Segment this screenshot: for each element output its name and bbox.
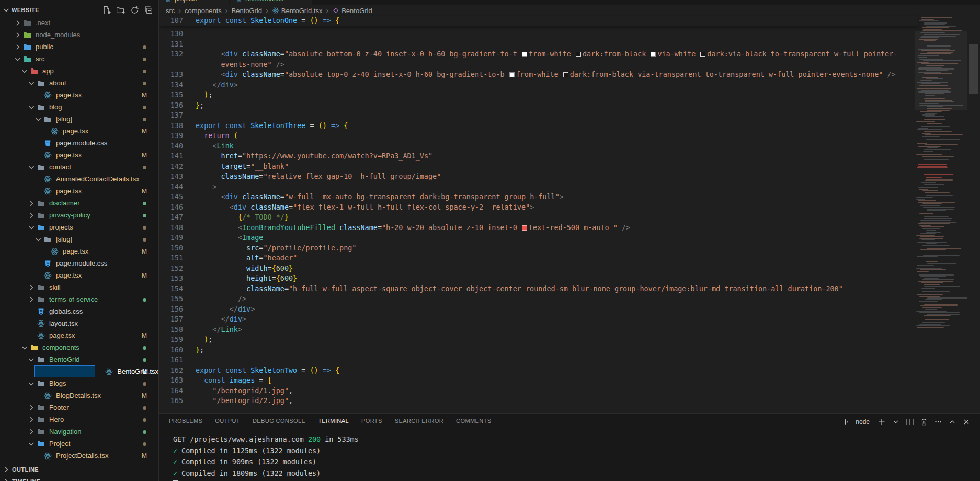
line-number[interactable]: 143 — [159, 171, 183, 182]
chevron-up-icon[interactable] — [948, 418, 956, 426]
tree-item-page-tsx[interactable]: page.tsx M — [0, 89, 158, 101]
code-line[interactable]: 159 ); — [159, 335, 915, 345]
tree-item-globals-css[interactable]: globals.css — [0, 305, 158, 317]
shell-selector[interactable]: node — [845, 418, 870, 426]
editor-tab-1[interactable]: BentoGrid.tsx — [230, 0, 312, 5]
code-line[interactable]: 152 width={600} — [159, 264, 915, 274]
line-number[interactable]: 164 — [159, 386, 183, 396]
editor-scrollbar[interactable] — [967, 15, 980, 413]
editor-tab-0[interactable]: projects — [159, 0, 229, 5]
code-editor[interactable]: 130 131 132 <div className="absolute bot… — [159, 26, 915, 413]
panel-tab-problems[interactable]: PROBLEMS — [169, 418, 202, 427]
line-number[interactable]: 139 — [159, 131, 183, 141]
line-number[interactable]: 163 — [159, 375, 183, 386]
code-line[interactable]: 164 "/bentogrid/1.jpg", — [159, 386, 915, 396]
line-number[interactable]: 153 — [159, 273, 183, 284]
tree-item-node-modules[interactable]: node_modules — [0, 29, 158, 41]
tree-item-page-tsx[interactable]: page.tsx M — [0, 329, 158, 341]
tree-item-projects[interactable]: projects — [0, 221, 158, 233]
split-icon[interactable] — [906, 418, 914, 426]
line-number[interactable]: 152 — [159, 264, 183, 274]
code-line[interactable]: 145 <div className="w-full mx-auto bg-tr… — [159, 192, 915, 202]
code-line[interactable]: 142 target="__blank" — [159, 162, 915, 172]
line-number[interactable]: 131 — [159, 39, 183, 50]
tree-item-src[interactable]: src — [0, 53, 158, 65]
ellipsis-icon[interactable] — [934, 418, 942, 426]
tree-item-about[interactable]: about — [0, 77, 158, 89]
tree-item-projectdetails-tsx[interactable]: ProjectDetails.tsx M — [0, 450, 158, 462]
color-swatch[interactable] — [522, 225, 527, 231]
tree-item-navigation[interactable]: Navigation — [0, 426, 158, 438]
line-number[interactable]: 135 — [159, 90, 183, 100]
panel-tab-ports[interactable]: PORTS — [361, 418, 382, 427]
code-line[interactable]: 146 <div className="flex flex-1 w-full h… — [159, 202, 915, 213]
breadcrumb-item[interactable]: components — [185, 7, 222, 15]
line-number[interactable]: 134 — [159, 80, 183, 90]
line-number[interactable]: 140 — [159, 141, 183, 152]
tree-item-page-module-css[interactable]: page.module.css — [0, 257, 158, 269]
code-line[interactable]: 138 export const SkeletonThree = () => { — [159, 121, 915, 131]
tree-item-bentogrid-tsx[interactable]: BentoGrid.tsx U — [0, 365, 158, 377]
color-swatch[interactable] — [509, 72, 515, 77]
new-file-icon[interactable] — [102, 6, 111, 15]
color-swatch[interactable] — [563, 72, 568, 77]
code-line[interactable]: 155 /> — [159, 294, 915, 304]
code-line[interactable]: 162 export const SkeletonTwo = () => { — [159, 365, 915, 376]
line-number[interactable]: 147 — [159, 212, 183, 223]
trash-icon[interactable] — [920, 418, 928, 426]
code-line[interactable]: 148 <IconBrandYoutubeFilled className="h… — [159, 223, 915, 233]
color-swatch[interactable] — [576, 52, 581, 57]
terminal-output[interactable]: GET /projects/www.ajeshrana.com 200 in 5… — [159, 427, 980, 481]
tree-item-slug[interactable]: [slug] — [0, 233, 158, 245]
code-line[interactable]: 136 }; — [159, 100, 915, 111]
line-number[interactable]: 137 — [159, 110, 183, 121]
tree-item-slug[interactable]: [slug] — [0, 113, 158, 125]
line-number[interactable]: 146 — [159, 202, 183, 213]
code-line[interactable]: 161 — [159, 355, 915, 365]
collapse-all-icon[interactable] — [144, 6, 153, 15]
close-icon[interactable] — [962, 418, 971, 426]
breadcrumb-item[interactable]: BentoGrid — [232, 7, 263, 15]
code-line[interactable]: 137 — [159, 110, 915, 121]
tree-item-public[interactable]: public — [0, 41, 158, 53]
tree-item-app[interactable]: app — [0, 65, 158, 77]
code-line[interactable]: 130 — [159, 29, 915, 39]
panel-tab-debug-console[interactable]: DEBUG CONSOLE — [253, 418, 305, 427]
minimap[interactable] — [915, 16, 967, 413]
tree-item-blogdetails-tsx[interactable]: BlogDetails.tsx M — [0, 390, 158, 402]
line-number[interactable]: 161 — [159, 355, 183, 365]
tree-item-contact[interactable]: contact — [0, 161, 158, 173]
code-line[interactable]: 160 }; — [159, 345, 915, 356]
line-number[interactable]: 130 — [159, 29, 183, 39]
panel-tab-search-error[interactable]: SEARCH ERROR — [395, 418, 443, 427]
tree-item-project[interactable]: Project — [0, 438, 158, 450]
panel-tab-output[interactable]: OUTPUT — [215, 418, 240, 427]
tree-item-privacy-policy[interactable]: privacy-policy — [0, 209, 158, 221]
explorer-header[interactable]: WEBSITE — [0, 0, 158, 16]
code-line[interactable]: 147 {/* TODO */} — [159, 212, 915, 223]
tree-item-bentogrid[interactable]: BentoGrid — [0, 353, 158, 365]
scrollbar-thumb[interactable] — [969, 44, 978, 94]
line-number[interactable]: 151 — [159, 253, 183, 264]
line-number[interactable]: 154 — [159, 284, 183, 294]
tree-item-page-tsx[interactable]: page.tsx M — [0, 125, 158, 137]
code-line[interactable]: 140 <Link — [159, 141, 915, 152]
line-number[interactable]: 156 — [159, 304, 183, 315]
code-line[interactable]: 156 </div> — [159, 304, 915, 315]
panel-tab-terminal[interactable]: TERMINAL — [318, 418, 349, 427]
line-number[interactable]: 165 — [159, 396, 183, 406]
code-line[interactable]: 107 export const SkeletonOne = () => { — [159, 16, 918, 26]
tree-item-layout-tsx[interactable]: layout.tsx — [0, 317, 158, 329]
tree-item-page-tsx[interactable]: page.tsx M — [0, 149, 158, 161]
refresh-icon[interactable] — [130, 6, 139, 15]
code-line[interactable]: 165 "/bentogrid/2.jpg", — [159, 396, 915, 406]
tree-item-page-tsx[interactable]: page.tsx M — [0, 269, 158, 281]
tree-item-components[interactable]: components — [0, 341, 158, 353]
line-number[interactable]: 149 — [159, 233, 183, 243]
code-line[interactable]: 135 ); — [159, 90, 915, 100]
line-number[interactable]: 150 — [159, 243, 183, 254]
code-line[interactable]: 163 const images = [ — [159, 375, 915, 386]
code-line[interactable]: 157 </div> — [159, 314, 915, 325]
line-number[interactable]: 142 — [159, 162, 183, 172]
line-number[interactable]: 138 — [159, 121, 183, 131]
